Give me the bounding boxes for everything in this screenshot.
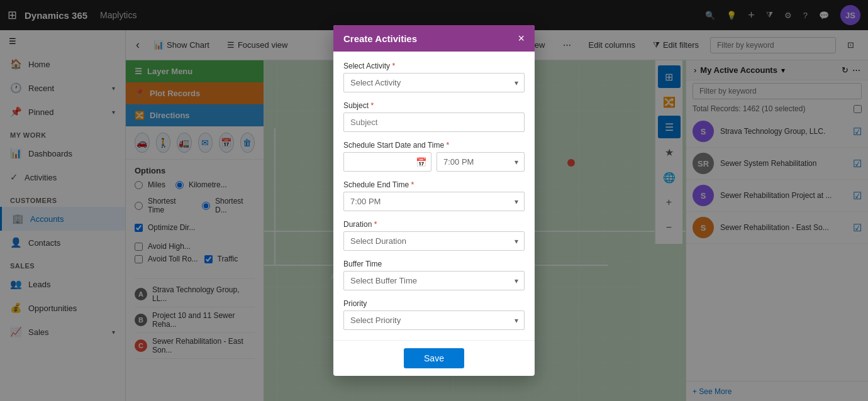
priority-field: Priority Select Priority Low Normal High… xyxy=(343,299,525,330)
save-button[interactable]: Save xyxy=(404,348,464,368)
required-mark-end: * xyxy=(411,180,414,189)
time-select-wrapper: 7:00 PM 6:00 AM 7:00 AM 8:00 PM ▾ xyxy=(437,152,525,172)
buffer-select-wrapper: Select Buffer Time None 5 minutes 10 min… xyxy=(343,271,525,290)
priority-label: Priority xyxy=(343,299,525,308)
modal-title: Create Activities xyxy=(343,33,417,44)
activity-select-wrapper: Select Activity Phone Call Email Task Ap… xyxy=(343,73,525,92)
priority-select[interactable]: Select Priority Low Normal High xyxy=(343,310,525,330)
buffer-time-label: Buffer Time xyxy=(343,260,525,268)
required-mark-duration: * xyxy=(374,220,377,229)
modal-footer: Save xyxy=(333,340,535,376)
duration-field: Duration * Select Duration 15 minutes 30… xyxy=(343,220,525,251)
duration-label: Duration * xyxy=(343,220,525,229)
duration-select-wrapper: Select Duration 15 minutes 30 minutes 1 … xyxy=(343,231,525,251)
modal-body: Select Activity * Select Activity Phone … xyxy=(333,52,535,340)
create-activities-modal: Create Activities × Select Activity * Se… xyxy=(333,25,535,376)
subject-input[interactable] xyxy=(343,113,525,132)
start-time-select[interactable]: 7:00 PM 6:00 AM 7:00 AM 8:00 PM xyxy=(437,152,525,172)
activity-field: Select Activity * Select Activity Phone … xyxy=(343,62,525,92)
subject-label: Subject * xyxy=(343,101,525,110)
modal-close-button[interactable]: × xyxy=(518,33,525,44)
end-time-select-wrapper: 7:00 PM 6:00 AM 7:00 AM 8:00 PM ▾ xyxy=(343,192,525,211)
modal-header: Create Activities × xyxy=(333,25,535,52)
buffer-time-field: Buffer Time Select Buffer Time None 5 mi… xyxy=(343,260,525,290)
subject-field: Subject * xyxy=(343,101,525,132)
required-mark-subject: * xyxy=(370,101,374,110)
schedule-start-field: Schedule Start Date and Time * 📅 7:00 PM… xyxy=(343,141,525,172)
schedule-end-field: Schedule End Time * 7:00 PM 6:00 AM 7:00… xyxy=(343,180,525,211)
datetime-row: 📅 7:00 PM 6:00 AM 7:00 AM 8:00 PM ▾ xyxy=(343,152,525,172)
activity-select[interactable]: Select Activity Phone Call Email Task Ap… xyxy=(343,73,525,92)
schedule-end-label: Schedule End Time * xyxy=(343,180,525,189)
buffer-time-select[interactable]: Select Buffer Time None 5 minutes 10 min… xyxy=(343,271,525,290)
end-time-select[interactable]: 7:00 PM 6:00 AM 7:00 AM 8:00 PM xyxy=(343,192,525,211)
activity-label: Select Activity * xyxy=(343,62,525,70)
duration-select[interactable]: Select Duration 15 minutes 30 minutes 1 … xyxy=(343,231,525,251)
required-mark-start: * xyxy=(446,141,449,150)
schedule-start-label: Schedule Start Date and Time * xyxy=(343,141,525,150)
priority-select-wrapper: Select Priority Low Normal High ▾ xyxy=(343,310,525,330)
date-input[interactable] xyxy=(343,152,431,172)
date-input-wrapper: 📅 xyxy=(343,152,431,172)
required-mark: * xyxy=(392,62,395,70)
